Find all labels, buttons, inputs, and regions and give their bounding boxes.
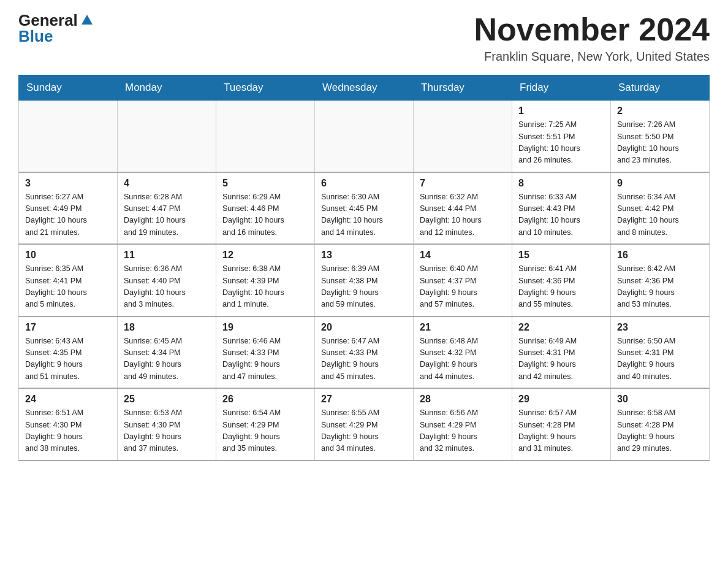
day-number: 8 [518, 178, 604, 189]
calendar-table: SundayMondayTuesdayWednesdayThursdayFrid… [18, 75, 710, 461]
day-info: Sunrise: 6:36 AM Sunset: 4:40 PM Dayligh… [124, 263, 210, 311]
day-info: Sunrise: 7:25 AM Sunset: 5:51 PM Dayligh… [518, 119, 604, 167]
calendar-cell: 18Sunrise: 6:45 AM Sunset: 4:34 PM Dayli… [118, 316, 216, 389]
day-number: 17 [25, 322, 111, 333]
location-text: Franklin Square, New York, United States [474, 50, 710, 64]
day-info: Sunrise: 6:41 AM Sunset: 4:36 PM Dayligh… [518, 263, 604, 311]
page-header: General Blue November 2024 Franklin Squa… [18, 12, 710, 64]
header-monday: Monday [118, 75, 216, 101]
calendar-cell [118, 101, 216, 172]
day-number: 7 [420, 178, 506, 189]
calendar-cell: 17Sunrise: 6:43 AM Sunset: 4:35 PM Dayli… [19, 316, 118, 389]
calendar-week-row: 24Sunrise: 6:51 AM Sunset: 4:30 PM Dayli… [19, 388, 710, 461]
day-info: Sunrise: 6:55 AM Sunset: 4:29 PM Dayligh… [321, 407, 407, 455]
day-info: Sunrise: 6:56 AM Sunset: 4:29 PM Dayligh… [420, 407, 506, 455]
calendar-cell: 1Sunrise: 7:25 AM Sunset: 5:51 PM Daylig… [512, 101, 611, 172]
day-number: 19 [222, 322, 308, 333]
day-info: Sunrise: 6:54 AM Sunset: 4:29 PM Dayligh… [222, 407, 308, 455]
day-info: Sunrise: 7:26 AM Sunset: 5:50 PM Dayligh… [617, 119, 703, 167]
calendar-cell: 7Sunrise: 6:32 AM Sunset: 4:44 PM Daylig… [414, 172, 512, 245]
logo: General Blue [18, 12, 93, 44]
calendar-week-row: 17Sunrise: 6:43 AM Sunset: 4:35 PM Dayli… [19, 316, 710, 389]
header-thursday: Thursday [414, 75, 512, 101]
month-title: November 2024 [474, 12, 710, 47]
header-wednesday: Wednesday [315, 75, 414, 101]
calendar-cell: 14Sunrise: 6:40 AM Sunset: 4:37 PM Dayli… [414, 244, 512, 316]
day-number: 20 [321, 322, 407, 333]
day-info: Sunrise: 6:48 AM Sunset: 4:32 PM Dayligh… [420, 335, 506, 383]
day-number: 3 [25, 178, 111, 189]
day-number: 1 [518, 105, 604, 117]
calendar-cell: 24Sunrise: 6:51 AM Sunset: 4:30 PM Dayli… [19, 388, 118, 461]
calendar-cell: 23Sunrise: 6:50 AM Sunset: 4:31 PM Dayli… [611, 316, 710, 389]
day-number: 2 [617, 105, 703, 117]
day-number: 28 [420, 394, 506, 405]
day-number: 6 [321, 178, 407, 189]
calendar-week-row: 10Sunrise: 6:35 AM Sunset: 4:41 PM Dayli… [19, 244, 710, 316]
day-info: Sunrise: 6:29 AM Sunset: 4:46 PM Dayligh… [222, 191, 308, 239]
logo-triangle-icon [82, 15, 93, 25]
day-number: 14 [420, 250, 506, 261]
day-info: Sunrise: 6:51 AM Sunset: 4:30 PM Dayligh… [25, 407, 111, 455]
day-number: 21 [420, 322, 506, 333]
calendar-week-row: 1Sunrise: 7:25 AM Sunset: 5:51 PM Daylig… [19, 101, 710, 172]
day-info: Sunrise: 6:27 AM Sunset: 4:49 PM Dayligh… [25, 191, 111, 239]
day-number: 25 [124, 394, 210, 405]
day-info: Sunrise: 6:42 AM Sunset: 4:36 PM Dayligh… [617, 263, 703, 311]
calendar-cell: 3Sunrise: 6:27 AM Sunset: 4:49 PM Daylig… [19, 172, 118, 245]
day-info: Sunrise: 6:47 AM Sunset: 4:33 PM Dayligh… [321, 335, 407, 383]
day-number: 10 [25, 250, 111, 261]
calendar-cell: 11Sunrise: 6:36 AM Sunset: 4:40 PM Dayli… [118, 244, 216, 316]
calendar-cell: 27Sunrise: 6:55 AM Sunset: 4:29 PM Dayli… [315, 388, 414, 461]
day-info: Sunrise: 6:58 AM Sunset: 4:28 PM Dayligh… [617, 407, 703, 455]
calendar-cell [315, 101, 414, 172]
calendar-cell: 5Sunrise: 6:29 AM Sunset: 4:46 PM Daylig… [216, 172, 315, 245]
calendar-cell: 21Sunrise: 6:48 AM Sunset: 4:32 PM Dayli… [414, 316, 512, 389]
day-info: Sunrise: 6:30 AM Sunset: 4:45 PM Dayligh… [321, 191, 407, 239]
day-number: 13 [321, 250, 407, 261]
calendar-cell: 10Sunrise: 6:35 AM Sunset: 4:41 PM Dayli… [19, 244, 118, 316]
day-info: Sunrise: 6:46 AM Sunset: 4:33 PM Dayligh… [222, 335, 308, 383]
day-info: Sunrise: 6:43 AM Sunset: 4:35 PM Dayligh… [25, 335, 111, 383]
calendar-cell [414, 101, 512, 172]
calendar-cell [19, 101, 118, 172]
header-friday: Friday [512, 75, 611, 101]
calendar-cell: 2Sunrise: 7:26 AM Sunset: 5:50 PM Daylig… [611, 101, 710, 172]
calendar-cell: 8Sunrise: 6:33 AM Sunset: 4:43 PM Daylig… [512, 172, 611, 245]
calendar-cell: 19Sunrise: 6:46 AM Sunset: 4:33 PM Dayli… [216, 316, 315, 389]
calendar-cell: 29Sunrise: 6:57 AM Sunset: 4:28 PM Dayli… [512, 388, 611, 461]
calendar-cell: 30Sunrise: 6:58 AM Sunset: 4:28 PM Dayli… [611, 388, 710, 461]
day-info: Sunrise: 6:35 AM Sunset: 4:41 PM Dayligh… [25, 263, 111, 311]
calendar-cell: 15Sunrise: 6:41 AM Sunset: 4:36 PM Dayli… [512, 244, 611, 316]
header-tuesday: Tuesday [216, 75, 315, 101]
day-info: Sunrise: 6:38 AM Sunset: 4:39 PM Dayligh… [222, 263, 308, 311]
day-number: 22 [518, 322, 604, 333]
calendar-cell: 12Sunrise: 6:38 AM Sunset: 4:39 PM Dayli… [216, 244, 315, 316]
day-number: 29 [518, 394, 604, 405]
day-number: 23 [617, 322, 703, 333]
calendar-header-row: SundayMondayTuesdayWednesdayThursdayFrid… [19, 75, 710, 101]
day-number: 9 [617, 178, 703, 189]
day-number: 16 [617, 250, 703, 261]
day-number: 5 [222, 178, 308, 189]
calendar-cell: 22Sunrise: 6:49 AM Sunset: 4:31 PM Dayli… [512, 316, 611, 389]
day-number: 24 [25, 394, 111, 405]
day-number: 26 [222, 394, 308, 405]
header-saturday: Saturday [611, 75, 710, 101]
day-number: 27 [321, 394, 407, 405]
day-number: 11 [124, 250, 210, 261]
logo-general-text: General [18, 12, 78, 28]
day-info: Sunrise: 6:45 AM Sunset: 4:34 PM Dayligh… [124, 335, 210, 383]
calendar-cell: 26Sunrise: 6:54 AM Sunset: 4:29 PM Dayli… [216, 388, 315, 461]
calendar-cell [216, 101, 315, 172]
header-sunday: Sunday [19, 75, 118, 101]
calendar-cell: 16Sunrise: 6:42 AM Sunset: 4:36 PM Dayli… [611, 244, 710, 316]
calendar-cell: 4Sunrise: 6:28 AM Sunset: 4:47 PM Daylig… [118, 172, 216, 245]
calendar-week-row: 3Sunrise: 6:27 AM Sunset: 4:49 PM Daylig… [19, 172, 710, 245]
calendar-cell: 20Sunrise: 6:47 AM Sunset: 4:33 PM Dayli… [315, 316, 414, 389]
day-number: 15 [518, 250, 604, 261]
calendar-cell: 9Sunrise: 6:34 AM Sunset: 4:42 PM Daylig… [611, 172, 710, 245]
day-info: Sunrise: 6:39 AM Sunset: 4:38 PM Dayligh… [321, 263, 407, 311]
day-number: 30 [617, 394, 703, 405]
day-info: Sunrise: 6:33 AM Sunset: 4:43 PM Dayligh… [518, 191, 604, 239]
